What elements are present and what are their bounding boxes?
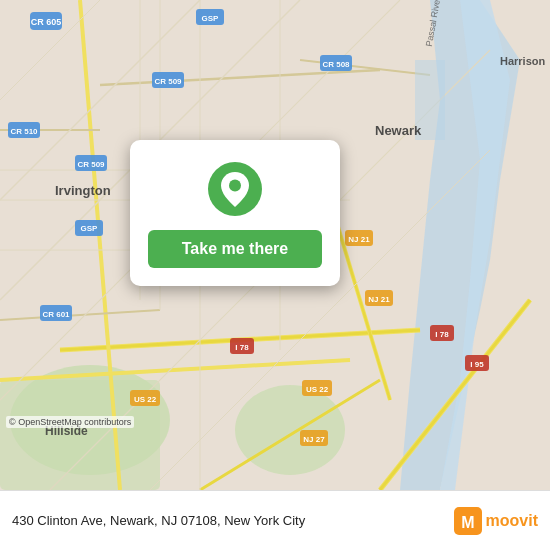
svg-text:Harrison: Harrison — [500, 55, 546, 67]
svg-text:I 78: I 78 — [235, 343, 249, 352]
svg-point-5 — [235, 385, 345, 475]
svg-point-71 — [229, 180, 241, 192]
svg-text:Newark: Newark — [375, 123, 422, 138]
map-area: CR 605 GSP GSP CR 509 CR 508 CR 510 NJ 2… — [0, 0, 550, 490]
take-me-there-button[interactable]: Take me there — [148, 230, 322, 268]
svg-text:GSP: GSP — [81, 224, 99, 233]
bottom-bar: 430 Clinton Ave, Newark, NJ 07108, New Y… — [0, 490, 550, 550]
navigation-card: Take me there — [130, 140, 340, 286]
svg-text:CR 601: CR 601 — [42, 310, 70, 319]
svg-text:NJ 27: NJ 27 — [303, 435, 325, 444]
svg-text:US 22: US 22 — [134, 395, 157, 404]
svg-text:NJ 21: NJ 21 — [368, 295, 390, 304]
svg-text:CR 508: CR 508 — [322, 60, 350, 69]
address-label: 430 Clinton Ave, Newark, NJ 07108, New Y… — [12, 513, 454, 528]
moovit-wordmark: moovit — [486, 512, 538, 530]
svg-text:I 78: I 78 — [435, 330, 449, 339]
svg-text:Irvington: Irvington — [55, 183, 111, 198]
svg-text:CR 509: CR 509 — [154, 77, 182, 86]
svg-text:CR 605: CR 605 — [31, 17, 62, 27]
svg-text:M: M — [461, 514, 474, 531]
svg-text:CR 509: CR 509 — [77, 160, 105, 169]
svg-text:US 22: US 22 — [306, 385, 329, 394]
svg-text:GSP: GSP — [202, 14, 220, 23]
svg-text:I 95: I 95 — [470, 360, 484, 369]
svg-text:NJ 21: NJ 21 — [348, 235, 370, 244]
moovit-logo: M moovit — [454, 507, 538, 535]
svg-text:CR 510: CR 510 — [10, 127, 38, 136]
location-pin-icon — [208, 162, 262, 216]
osm-attribution: © OpenStreetMap contributors — [6, 416, 134, 428]
moovit-icon: M — [454, 507, 482, 535]
